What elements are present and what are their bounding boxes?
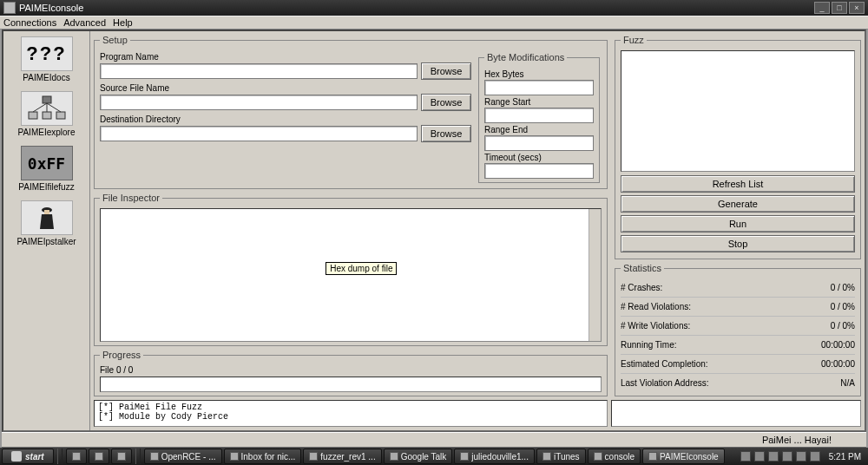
taskbar-separator [135,449,141,464]
range-end-input[interactable] [484,135,594,151]
app-icon [117,452,126,461]
quicklaunch-1[interactable] [66,449,87,464]
stat-label: Running Time: [621,340,676,350]
stop-button[interactable]: Stop [621,235,855,252]
maximize-button[interactable]: □ [832,2,847,14]
quicklaunch-3[interactable] [111,449,132,464]
docs-icon: ??? [21,36,73,71]
refresh-list-button[interactable]: Refresh List [621,175,855,193]
statusbar-text: PaiMei ... Hayai! [762,435,832,445]
timeout-label: Timeout (secs) [484,153,594,162]
bytemod-legend: Byte Modifications [484,52,567,62]
task-fuzzer[interactable]: fuzzer_rev1 ... [303,449,381,464]
svg-rect-2 [43,112,51,119]
sidebar-item-label: PAIMEIfilefuzz [18,182,74,192]
app-icon [95,452,103,461]
close-button[interactable]: × [849,2,865,14]
range-start-input[interactable] [484,108,594,123]
sidebar-item-docs[interactable]: ??? PAIMEIdocs [12,36,82,82]
quicklaunch-2[interactable] [89,449,109,464]
progress-group: Progress File 0 / 0 [94,350,608,396]
run-button[interactable]: Run [621,215,855,232]
app-icon [309,452,318,461]
app-icon [542,452,551,461]
app-icon [460,452,469,461]
stat-value: 0 / 0% [831,302,855,311]
stat-label: Last Violation Address: [621,378,709,388]
taskbar-separator [57,449,62,464]
hex-dump-tooltip: Hex dump of file [326,262,397,275]
task-label: juliedouville1... [471,452,529,462]
task-googletalk[interactable]: Google Talk [384,449,453,464]
tray-icon[interactable] [740,451,751,462]
task-inbox[interactable]: Inbox for nic... [224,449,302,464]
log-area: [*] PaiMei File Fuzz [*] Module by Cody … [94,400,861,427]
task-openrce[interactable]: OpenRCE - ... [144,449,222,464]
sidebar-item-label: PAIMEIdocs [23,73,69,82]
tray-icon[interactable] [754,451,765,462]
svg-rect-0 [43,96,51,103]
file-inspector-body[interactable]: Hex dump of file [100,208,602,342]
pstalker-icon [21,200,73,235]
browse-dest-button[interactable]: Browse [421,125,471,142]
hexbytes-label: Hex Bytes [484,69,594,79]
task-paimeiconsole[interactable]: PAIMEIconsole [642,449,725,464]
tray-icon[interactable] [782,451,792,462]
fuzz-list[interactable] [621,50,855,172]
task-juliedouville[interactable]: juliedouville1... [454,449,535,464]
start-button[interactable]: start [2,449,54,464]
app-icon [648,452,657,461]
stat-estimated-completion: Estimated Completion: 00:00:00 [621,355,855,374]
stat-label: # Read Violations: [621,302,691,311]
log-output[interactable]: [*] PaiMei File Fuzz [*] Module by Cody … [94,400,608,427]
stat-value: N/A [840,378,855,388]
program-name-input[interactable] [100,63,418,79]
menu-connections[interactable]: Connections [3,17,56,28]
dest-dir-label: Destination Directory [100,115,471,124]
app-icon [150,452,159,461]
tray-icon[interactable] [810,451,820,462]
menu-help[interactable]: Help [113,17,133,28]
sidebar-item-pstalker[interactable]: PAIMEIpstalker [12,200,82,246]
svg-line-5 [33,103,47,112]
browse-program-button[interactable]: Browse [421,62,471,80]
sidebar-item-label: PAIMEIexplore [18,128,76,137]
app-icon [72,452,81,461]
log-secondary[interactable] [611,400,861,427]
source-file-label: Source File Name [100,83,471,93]
task-label: PAIMEIconsole [660,452,719,462]
progress-legend: Progress [100,350,143,360]
svg-rect-8 [44,210,49,214]
hexbytes-input[interactable] [484,80,594,95]
app-icon [3,2,16,14]
stat-running-time: Running Time: 00:00:00 [621,336,855,355]
browse-source-button[interactable]: Browse [421,94,471,111]
main-shell: ??? PAIMEIdocs PAIMEIexplore 0xFF PAIMEI… [2,29,866,432]
tray-icon[interactable] [768,451,779,462]
sidebar-item-filefuzz[interactable]: 0xFF PAIMEIfilefuzz [12,146,82,192]
dest-dir-input[interactable] [100,126,418,141]
window-title: PAIMEIconsole [19,3,83,13]
setup-group: Setup Program Name Browse Source File Na… [94,35,608,189]
stat-value: 00:00:00 [821,340,855,350]
progress-file-label: File 0 / 0 [100,365,602,375]
sidebar-item-explore[interactable]: PAIMEIexplore [12,91,82,137]
source-file-input[interactable] [100,95,418,110]
taskbar-clock[interactable]: 5:21 PM [824,452,866,462]
stat-read-violations: # Read Violations: 0 / 0% [621,298,855,317]
progress-bar [100,377,602,392]
generate-button[interactable]: Generate [621,195,855,213]
sidebar-item-label: PAIMEIpstalker [16,237,76,246]
scrollbar[interactable] [589,209,601,341]
stat-value: 0 / 0% [831,283,855,292]
menu-advanced[interactable]: Advanced [63,17,106,28]
tray-icon[interactable] [796,451,806,462]
app-icon [390,452,398,461]
sidebar: ??? PAIMEIdocs PAIMEIexplore 0xFF PAIMEI… [3,31,90,430]
timeout-input[interactable] [484,163,594,179]
range-end-label: Range End [484,125,594,134]
start-icon [11,451,22,462]
minimize-button[interactable]: _ [814,2,830,14]
task-console[interactable]: console [588,449,641,464]
task-itunes[interactable]: iTunes [536,449,586,464]
